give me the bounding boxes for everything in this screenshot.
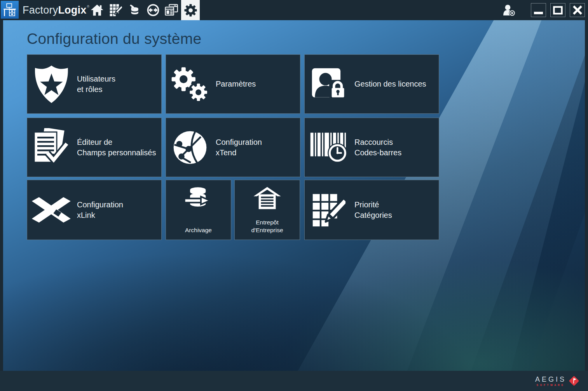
gears-icon: [170, 66, 210, 103]
id-card-lock-icon: [309, 66, 349, 103]
grid-pencil-icon: [110, 4, 122, 16]
tile-settings[interactable]: Paramètres: [166, 54, 300, 114]
tile-label: Utilisateurset rôles: [77, 74, 115, 95]
tile-xtend-configuration[interactable]: ConfigurationxTend: [166, 118, 300, 177]
user-logout-button[interactable]: [500, 2, 518, 18]
tile-label: ConfigurationxLink: [77, 200, 123, 221]
close-button[interactable]: [570, 3, 585, 17]
app-name-regular: Factory: [23, 4, 58, 16]
grid-pencil-icon: [309, 193, 349, 227]
aegis-brand-sub: SOFTWARE: [537, 384, 565, 386]
nav-windows-button[interactable]: [162, 0, 181, 20]
content-area: Configuration du système Utilisateurset …: [3, 20, 585, 371]
tile-label: Gestion des licences: [354, 79, 426, 89]
tile-xlink-configuration[interactable]: ConfigurationxLink: [27, 180, 162, 240]
aegis-logo: AEGIS SOFTWARE: [535, 375, 579, 386]
database-arrow-icon: [183, 186, 214, 210]
titlebar-right: [500, 0, 585, 20]
database-import-icon: [128, 4, 141, 16]
tile-label: PrioritéCatégories: [354, 200, 392, 221]
tile-custom-fields-editor[interactable]: Éditeur deChamps personnalisés: [27, 118, 162, 177]
tile-barcode-shortcuts[interactable]: RaccourcisCodes-barres: [304, 118, 439, 177]
tile-users-roles[interactable]: Utilisateurset rôles: [27, 54, 162, 114]
tile-label: Éditeur deChamps personnalisés: [77, 137, 156, 158]
xlink-icon: [31, 196, 72, 224]
tile-archiving[interactable]: Archivage: [166, 180, 231, 240]
tile-label: Entrepôtd'Entreprise: [251, 219, 283, 234]
app-logo-icon: [1, 1, 19, 19]
gear-icon: [184, 3, 197, 17]
nav-planning-button[interactable]: [106, 0, 125, 20]
home-icon: [90, 4, 104, 16]
nav-home-button[interactable]: [88, 0, 106, 20]
minimize-button[interactable]: [531, 3, 546, 17]
globe-network-icon: [170, 130, 210, 165]
main-nav: [88, 0, 200, 20]
tile-priority-categories[interactable]: PrioritéCatégories: [304, 180, 439, 240]
tile-label: Paramètres: [216, 79, 256, 89]
titlebar: FactoryLogix®: [0, 0, 588, 20]
app-title: FactoryLogix®: [23, 0, 89, 20]
shield-star-icon: [31, 64, 72, 104]
tile-label: RaccourcisCodes-barres: [354, 137, 401, 158]
factorylogix-window: FactoryLogix®: [0, 0, 588, 391]
warehouse-icon: [253, 186, 281, 210]
barcode-clock-icon: [309, 132, 349, 163]
windows-icon: [165, 4, 178, 16]
page-title: Configuration du système: [27, 30, 201, 47]
nav-transfer-button[interactable]: [144, 0, 162, 20]
document-check-icon: [31, 128, 72, 167]
tile-label: ConfigurationxTend: [216, 137, 262, 158]
footer: AEGIS SOFTWARE: [0, 371, 588, 391]
maximize-button[interactable]: [550, 3, 565, 17]
sync-circle-icon: [147, 4, 159, 16]
aegis-diamond-icon: [569, 375, 579, 386]
nav-system-configuration-button[interactable]: [181, 0, 200, 20]
tile-license-management[interactable]: Gestion des licences: [304, 54, 439, 114]
nav-data-import-button[interactable]: [125, 0, 144, 20]
app-name-bold: Logix: [58, 4, 86, 16]
aegis-brand-name: AEGIS: [535, 376, 566, 383]
tile-enterprise-warehouse[interactable]: Entrepôtd'Entreprise: [234, 180, 300, 240]
tile-label: Archivage: [185, 226, 212, 234]
aegis-wordmark: AEGIS SOFTWARE: [535, 376, 566, 386]
